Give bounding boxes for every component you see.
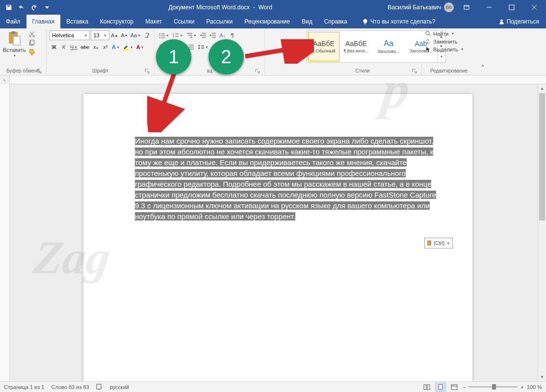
redo-icon[interactable]: [28, 1, 40, 13]
ribbon-display-icon[interactable]: [457, 0, 476, 15]
svg-rect-55: [439, 385, 442, 390]
italic-button[interactable]: К: [59, 42, 68, 52]
font-name-combo[interactable]: Helvetica▼: [50, 30, 90, 40]
share-button[interactable]: Поделиться: [492, 15, 546, 28]
save-icon[interactable]: [3, 1, 15, 13]
font-size-combo[interactable]: 13▼: [91, 30, 109, 40]
dialog-launcher-icon[interactable]: [412, 68, 417, 74]
select-button[interactable]: Выделить▼: [425, 46, 473, 52]
svg-rect-0: [464, 5, 469, 9]
svg-line-49: [429, 34, 431, 36]
user-avatar[interactable]: ВБ: [444, 2, 454, 12]
copy-icon[interactable]: [28, 39, 36, 47]
style-heading-1[interactable]: Аа Заголово...: [373, 32, 404, 61]
tab-layout[interactable]: Макет: [139, 15, 168, 28]
svg-point-14: [159, 35, 160, 36]
find-button[interactable]: Найти▼: [425, 30, 473, 37]
status-page[interactable]: Страница 1 из 1: [4, 384, 44, 390]
strikethrough-button[interactable]: abc: [79, 42, 90, 52]
clipboard-icon: [6, 30, 22, 46]
subscript-button[interactable]: x₂: [91, 42, 100, 52]
clear-formatting-icon[interactable]: [142, 30, 151, 40]
underline-button[interactable]: Ч▼: [69, 42, 78, 52]
ruler-corner[interactable]: L: [0, 75, 10, 84]
vertical-scrollbar[interactable]: ▲ ▼: [538, 84, 546, 381]
tab-references[interactable]: Ссылки: [168, 15, 200, 28]
svg-rect-56: [451, 385, 457, 390]
multilevel-list-icon[interactable]: ▼: [185, 30, 198, 40]
svg-rect-53: [424, 385, 426, 390]
view-print-icon[interactable]: [435, 383, 446, 392]
status-language[interactable]: русский: [110, 384, 129, 390]
paste-options-button[interactable]: (Ctrl)▼: [424, 238, 453, 248]
tell-me-search[interactable]: Что вы хотите сделать?: [356, 15, 442, 28]
grow-font-icon[interactable]: A▲: [110, 30, 119, 40]
clipboard-small-icon: [426, 240, 432, 246]
user-name[interactable]: Василий Батькавич: [388, 4, 441, 11]
quick-access-toolbar: [0, 1, 53, 13]
show-marks-icon[interactable]: ¶: [228, 30, 237, 40]
collapse-ribbon-icon[interactable]: ˄: [476, 28, 490, 75]
scroll-down-icon[interactable]: ▼: [538, 373, 546, 381]
document-text[interactable]: Иногда нам срочно нужно записать содержи…: [135, 136, 442, 222]
scroll-thumb[interactable]: [539, 93, 545, 220]
page[interactable]: Иногда нам срочно нужно записать содержи…: [83, 94, 472, 381]
shrink-font-icon[interactable]: A▼: [120, 30, 129, 40]
group-label-font: Шрифт: [50, 68, 151, 75]
svg-line-59: [245, 47, 304, 56]
bullets-icon[interactable]: ▼: [157, 30, 170, 40]
numbering-icon[interactable]: 12▼: [171, 30, 184, 40]
title-bar: Документ Microsoft Word.docx - Word Васи…: [0, 0, 546, 15]
svg-line-58: [157, 74, 174, 122]
increase-indent-icon[interactable]: [208, 30, 217, 40]
status-words[interactable]: Слово 83 из 83: [51, 384, 89, 390]
annotation-circle-2: 2: [208, 39, 244, 74]
minimize-button[interactable]: [479, 0, 499, 15]
svg-rect-7: [11, 31, 15, 34]
tab-insert[interactable]: Вставка: [60, 15, 94, 28]
group-label-clipboard: Буфер обмена: [3, 68, 43, 75]
superscript-button[interactable]: x²: [101, 42, 110, 52]
undo-icon[interactable]: [16, 1, 27, 13]
tab-design[interactable]: Конструктор: [94, 15, 139, 28]
scroll-up-icon[interactable]: ▲: [538, 84, 546, 93]
highlight-color-icon[interactable]: ▼: [122, 42, 134, 52]
cut-icon[interactable]: [28, 30, 36, 38]
line-spacing-icon[interactable]: ▼: [197, 42, 209, 52]
decrease-indent-icon[interactable]: [199, 30, 208, 40]
paste-button[interactable]: Вставить ▼: [3, 30, 26, 57]
tab-view[interactable]: Вид: [296, 15, 318, 28]
format-painter-icon[interactable]: [28, 48, 36, 56]
zoom-out-icon[interactable]: −: [463, 384, 466, 390]
text-effects-icon[interactable]: A▼: [111, 42, 121, 52]
group-clipboard: Вставить ▼ Буфер обмена: [0, 28, 47, 75]
dialog-launcher-icon[interactable]: [255, 68, 260, 74]
bold-button[interactable]: Ж: [50, 42, 58, 52]
tab-home[interactable]: Главная: [26, 15, 61, 28]
maximize-button[interactable]: [502, 0, 521, 15]
tab-review[interactable]: Рецензирование: [238, 15, 296, 28]
ruler-horizontal[interactable]: L: [0, 75, 546, 84]
replace-button[interactable]: Заменить: [425, 38, 473, 45]
group-label-editing: Редактирование: [425, 68, 473, 75]
style-no-spacing[interactable]: АаБбЕ ¶ Без инте...: [340, 32, 372, 61]
ruler-vertical[interactable]: [0, 84, 10, 381]
qat-more-icon[interactable]: [41, 1, 53, 13]
tab-mailings[interactable]: Рассылки: [200, 15, 238, 28]
view-web-icon[interactable]: [449, 383, 460, 392]
change-case-icon[interactable]: Aa▼: [130, 30, 141, 40]
tab-help[interactable]: Справка: [318, 15, 353, 28]
dialog-launcher-icon[interactable]: [36, 68, 42, 74]
document-area: Иногда нам срочно нужно записать содержи…: [0, 84, 538, 381]
zoom-in-icon[interactable]: +: [520, 384, 523, 390]
view-read-icon[interactable]: [421, 383, 432, 392]
svg-rect-8: [13, 36, 20, 45]
group-font: Helvetica▼ 13▼ A▲ A▼ Aa▼ Ж К Ч▼ abc x₂ x…: [47, 28, 155, 75]
zoom-level[interactable]: 100 %: [527, 384, 542, 390]
close-button[interactable]: [524, 0, 544, 15]
tab-file[interactable]: Файл: [0, 15, 26, 28]
status-proofing-icon[interactable]: [96, 383, 103, 391]
font-color-icon[interactable]: A▼: [135, 42, 145, 52]
zoom-slider[interactable]: [468, 386, 518, 388]
sort-icon[interactable]: A↓: [218, 30, 227, 40]
